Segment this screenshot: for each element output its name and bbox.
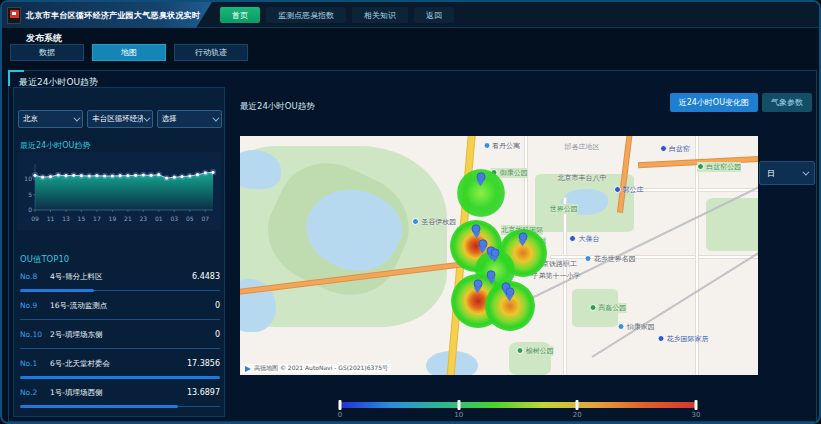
top-nav: 首页监测点恶臭指数相关知识返回 (220, 2, 454, 28)
map-pin[interactable] (505, 287, 514, 296)
map-label: 世界公园 (550, 204, 578, 214)
map-label: 榆树公园 (517, 346, 554, 356)
app-logo-icon (7, 7, 21, 24)
svg-text:17: 17 (93, 215, 101, 222)
dashboard-frame: 北京市丰台区循环经济产业园大气恶臭状况实时 首页监测点恶臭指数相关知识返回 发布… (0, 0, 821, 424)
nav-item-3[interactable]: 返回 (414, 7, 454, 23)
map-pin[interactable] (490, 249, 499, 258)
map-pin[interactable] (487, 270, 496, 279)
map-provider-icon (245, 366, 251, 372)
park-icon (517, 347, 524, 354)
top-list-title: OU值TOP10 (20, 254, 69, 266)
nav-item-2[interactable]: 相关知识 (352, 7, 408, 23)
list-item: No.84号-筛分上料区6.4483 (20, 268, 220, 297)
ou-top-list: No.84号-筛分上料区6.4483No.916号-流动监测点0No.102号-… (20, 268, 220, 413)
chart-title: 最近24小时OU趋势 (20, 140, 90, 151)
main-panel: 最近24小时OU趋势 北京丰台区循环经济产选择 最近24小时OU趋势 0 5 1… (8, 70, 817, 422)
map-pin[interactable] (473, 280, 482, 289)
map-panel-title: 最近24小时OU趋势 (240, 101, 315, 113)
view-tabs: 数据地图行动轨迹 (10, 44, 248, 61)
point-value: 17.3856 (187, 359, 220, 368)
map-road (525, 136, 527, 236)
progress-track (20, 406, 220, 407)
metro-icon (657, 335, 664, 342)
city-select[interactable]: 北京 (18, 110, 83, 128)
map-attribution: 高德地图 © 2021 AutoNavi - GS(2021)6375号 (242, 364, 391, 373)
point-name: 2号-填埋场东侧 (50, 330, 215, 340)
colorbar-marker (576, 400, 579, 410)
metro-icon (614, 186, 621, 193)
colorbar-tick-label: 0 (338, 411, 342, 419)
map-attribution-text: 高德地图 © 2021 AutoNavi - GS(2021)6375号 (254, 364, 388, 373)
park-select[interactable]: 丰台区循环经济产 (87, 110, 152, 128)
map-button-1[interactable]: 气象参数 (762, 93, 812, 112)
svg-text:10: 10 (24, 175, 32, 182)
colorbar-marker (339, 400, 342, 410)
point-select[interactable]: 选择 (157, 110, 222, 128)
map-label: 看丹公寓 (483, 141, 520, 151)
nav-item-0[interactable]: 首页 (220, 7, 260, 23)
ou-trend-chart: 0 5 10 09 11 13 15 17 19 21 23 01 03 05 … (17, 152, 221, 230)
map-pin[interactable] (478, 239, 487, 248)
map-label: 花乡世界名园 (585, 254, 636, 264)
point-name: 1号-填埋场西侧 (50, 388, 187, 398)
map-label: 白盆窑 (660, 144, 690, 154)
point-name: 4号-筛分上料区 (50, 272, 192, 282)
progress-track (20, 377, 220, 378)
map-road (629, 189, 759, 191)
tab-1[interactable]: 地图 (92, 44, 166, 61)
list-item: No.16号-北天堂村委会17.3856 (20, 355, 220, 384)
park-icon (589, 304, 596, 311)
svg-text:13: 13 (62, 215, 70, 222)
map-pin[interactable] (518, 232, 527, 241)
rank-label: No.2 (20, 388, 50, 397)
map-area[interactable]: 高德地图 © 2021 AutoNavi - GS(2021)6375号 看丹公… (240, 136, 758, 375)
svg-text:05: 05 (186, 215, 194, 222)
tab-0[interactable]: 数据 (10, 44, 84, 61)
map-label: 高鑫公园 (589, 303, 626, 313)
chevron-down-icon (802, 168, 809, 175)
map-label: 圣谷伊枚园 (412, 217, 456, 227)
svg-text:5: 5 (28, 191, 32, 198)
nav-item-1[interactable]: 监测点恶臭指数 (266, 7, 346, 23)
chevron-down-icon (143, 114, 150, 121)
point-value: 0 (215, 301, 220, 310)
app-title: 北京市丰台区循环经济产业园大气恶臭状况实时 (26, 10, 200, 21)
point-value: 13.6897 (187, 388, 220, 397)
tab-2[interactable]: 行动轨迹 (174, 44, 248, 61)
list-item: No.21号-填埋场西侧13.6897 (20, 384, 220, 413)
poi-icon (412, 218, 419, 225)
period-select-value: 日 (767, 168, 775, 179)
svg-text:09: 09 (31, 215, 39, 222)
svg-text:23: 23 (139, 215, 147, 222)
map-pin[interactable] (476, 172, 485, 181)
svg-text:03: 03 (170, 215, 178, 222)
map-road (551, 256, 758, 258)
list-item: No.102号-填埋场东侧0 (20, 326, 220, 355)
svg-text:19: 19 (109, 215, 117, 222)
select-value: 选择 (162, 114, 177, 124)
svg-text:01: 01 (155, 215, 163, 222)
metro-icon (569, 235, 576, 242)
progress-fill (20, 405, 178, 408)
left-panel: 北京丰台区循环经济产选择 最近24小时OU趋势 0 5 10 09 11 13 … (13, 87, 225, 417)
chevron-down-icon (212, 114, 219, 121)
point-value: 6.4483 (192, 272, 220, 281)
map-label: 北京市丰台八中 (557, 173, 606, 183)
progress-track (20, 348, 220, 349)
poi-icon (585, 255, 592, 262)
svg-text:0: 0 (28, 206, 32, 213)
select-value: 北京 (23, 114, 38, 124)
point-name: 16号-流动监测点 (50, 301, 215, 311)
point-value: 0 (215, 330, 220, 339)
colorbar-tick-label: 20 (573, 411, 582, 419)
svg-text:11: 11 (47, 215, 55, 222)
svg-text:15: 15 (78, 215, 86, 222)
colorbar-marker (695, 400, 698, 410)
map-pin[interactable] (472, 225, 481, 234)
map-label: 郭公庄 (614, 185, 644, 195)
map-label: 怡康家园 (618, 322, 655, 332)
map-park-area (706, 198, 758, 251)
period-select[interactable]: 日 (759, 161, 815, 185)
map-button-0[interactable]: 近24小时OU变化图 (670, 93, 758, 112)
